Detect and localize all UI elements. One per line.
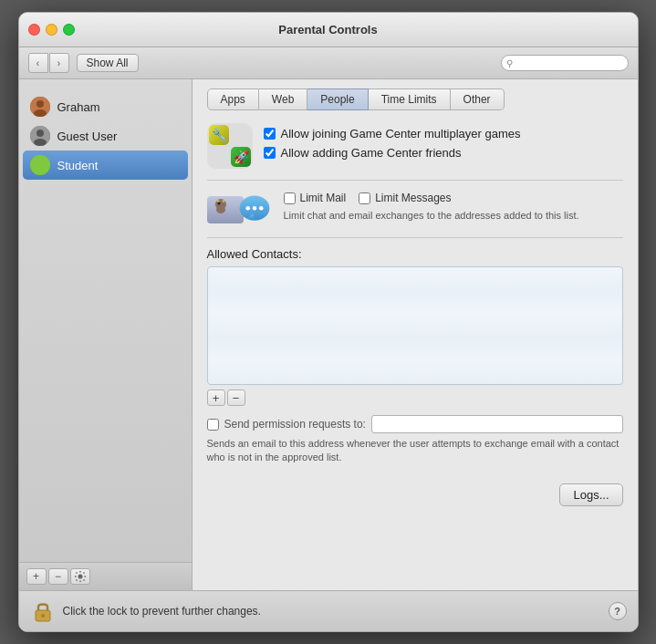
avatar-guest [30,126,50,146]
svg-point-20 [252,206,256,211]
allow-multiplayer-row: Allow joining Game Center multiplayer ga… [264,127,521,140]
lock-icon[interactable] [30,598,56,624]
close-button[interactable] [28,24,40,36]
user-list: Graham Guest User [19,88,192,562]
svg-point-4 [36,130,44,137]
svg-point-1 [36,100,44,108]
mail-messages-icons [207,192,273,228]
main-content: Graham Guest User [19,79,638,590]
messages-controls: Limit Mail Limit Messages Limit chat and… [284,192,623,223]
messages-icon [236,192,273,228]
sidebar-item-student[interactable]: Student [23,151,188,180]
traffic-lights [28,24,75,36]
search-input[interactable] [501,55,629,71]
tabs: Apps Web People Time Limits Other [193,79,638,110]
svg-point-6 [30,155,50,175]
limit-mail-label: Limit Mail [300,192,347,204]
lock-text: Click the lock to prevent further change… [63,605,609,618]
contacts-section: Allowed Contacts: + − [207,247,623,406]
logs-row: Logs... [207,478,623,506]
svg-point-23 [41,614,45,618]
show-all-button[interactable]: Show All [77,54,139,72]
panel: 🔧 🚀 Allow joining Game Center multiplaye… [193,110,638,590]
add-user-button[interactable]: + [26,568,47,585]
contacts-label: Allowed Contacts: [207,247,623,261]
limit-messages-item: Limit Messages [359,192,451,204]
svg-point-16 [216,206,225,213]
allow-multiplayer-checkbox[interactable] [264,128,276,140]
search-box: ⚲ [501,55,629,71]
game-center-options: Allow joining Game Center multiplayer ga… [264,123,521,160]
tab-apps[interactable]: Apps [207,88,259,110]
svg-point-19 [245,206,250,211]
contacts-list[interactable] [207,266,623,385]
maximize-button[interactable] [63,24,75,36]
allow-friends-row: Allow adding Game Center friends [264,146,521,160]
sends-description: Sends an email to this address whenever … [207,437,623,465]
help-button[interactable]: ? [609,602,627,620]
permission-email-input[interactable] [371,415,623,433]
minimize-button[interactable] [46,24,57,36]
limit-row: Limit Mail Limit Messages [284,192,623,204]
content-area: Apps Web People Time Limits Other [193,79,638,590]
toolbar: ‹ › Show All ⚲ [19,47,638,79]
avatar-student [30,155,50,175]
settings-button[interactable] [70,568,90,585]
remove-user-button[interactable]: − [48,568,68,585]
allow-multiplayer-label: Allow joining Game Center multiplayer ga… [281,127,521,140]
permission-row: Send permission requests to: [207,415,623,433]
tab-time-limits[interactable]: Time Limits [369,88,451,110]
svg-point-7 [78,575,82,579]
svg-text:🚀: 🚀 [233,150,249,165]
tab-people[interactable]: People [307,88,368,110]
search-icon: ⚲ [506,58,513,68]
allow-friends-checkbox[interactable] [264,147,276,159]
gear-icon [74,570,87,583]
game-center-section: 🔧 🚀 Allow joining Game Center multiplaye… [207,123,623,181]
limit-messages-checkbox[interactable] [359,192,370,204]
messages-description: Limit chat and email exchanges to the ad… [284,209,623,223]
sidebar-toolbar: + − [19,562,192,590]
contacts-toolbar: + − [207,390,623,406]
limit-mail-checkbox[interactable] [284,192,296,204]
forward-button[interactable]: › [49,53,69,73]
svg-point-5 [34,139,47,146]
tab-other[interactable]: Other [451,88,505,110]
add-contact-button[interactable]: + [207,390,225,406]
svg-point-21 [259,206,264,211]
bottom-bar: Click the lock to prevent further change… [19,590,638,631]
user-name-graham: Graham [57,100,100,114]
svg-point-2 [34,109,47,117]
permission-section: Send permission requests to: Sends an em… [207,415,623,465]
sidebar-item-guest[interactable]: Guest User [23,121,188,151]
tab-web[interactable]: Web [259,88,307,110]
sidebar-item-graham[interactable]: Graham [23,92,188,121]
window-title: Parental Controls [278,23,377,36]
permission-checkbox[interactable] [207,419,219,431]
titlebar: Parental Controls [19,13,638,47]
user-name-student: Student [57,159,99,172]
main-window: Parental Controls ‹ › Show All ⚲ [18,12,639,632]
limit-mail-item: Limit Mail [284,192,347,204]
nav-buttons: ‹ › [28,53,69,73]
limit-messages-label: Limit Messages [375,192,451,204]
permission-label: Send permission requests to: [224,418,366,431]
messages-section: Limit Mail Limit Messages Limit chat and… [207,181,623,238]
svg-point-15 [217,203,220,205]
avatar-graham [30,97,50,117]
game-center-icon: 🔧 🚀 [207,123,253,169]
svg-text:🔧: 🔧 [211,128,227,143]
remove-contact-button[interactable]: − [227,390,245,406]
allow-friends-label: Allow adding Game Center friends [281,146,462,160]
logs-button[interactable]: Logs... [559,483,622,506]
back-button[interactable]: ‹ [28,53,48,73]
user-name-guest: Guest User [57,130,118,143]
sidebar: Graham Guest User [19,79,193,590]
